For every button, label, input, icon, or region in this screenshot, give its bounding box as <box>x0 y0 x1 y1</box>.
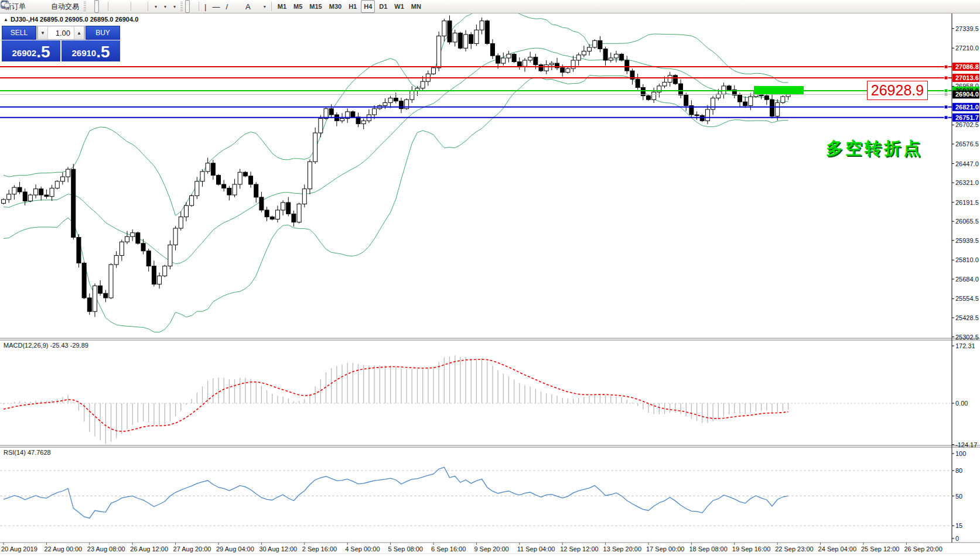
candle-body <box>614 54 618 58</box>
signals-button[interactable] <box>41 0 46 13</box>
hline-handle[interactable] <box>944 105 948 109</box>
candle-body <box>259 197 264 210</box>
candle-body <box>743 102 747 105</box>
candle-body <box>60 177 64 181</box>
timeframe-m5-button[interactable]: M5 <box>291 0 305 13</box>
candle-body <box>319 118 323 133</box>
time-tick-label: 22 Aug 00:00 <box>44 545 82 552</box>
highlight-rectangle[interactable] <box>754 86 804 94</box>
sell-button[interactable]: SELL <box>2 26 36 40</box>
candle-body <box>663 82 667 85</box>
timeframe-m1-button[interactable]: M1 <box>275 0 289 13</box>
periods-button[interactable]: ▾ <box>161 0 169 13</box>
market-watch-button[interactable] <box>29 0 34 13</box>
chart-note-text[interactable]: 多空转折点 <box>826 137 923 160</box>
text-label-tool-button[interactable]: T <box>254 0 259 13</box>
candle-body <box>45 195 49 197</box>
search-button[interactable] <box>964 0 969 13</box>
line-chart-button[interactable] <box>100 0 105 13</box>
candle-body <box>308 162 312 189</box>
hline-handle[interactable] <box>944 65 948 68</box>
tile-windows-button[interactable] <box>123 0 128 13</box>
candle-body <box>485 21 489 44</box>
candle-body <box>93 286 97 311</box>
chart-canvas[interactable]: 27339.527210.026958.026702.526576.526447… <box>0 0 980 556</box>
templates-button[interactable]: ▾ <box>170 0 178 13</box>
hline-handle[interactable] <box>944 116 948 119</box>
candle-body <box>109 265 113 298</box>
channel-tool-button[interactable]: E <box>231 0 236 13</box>
candle-body <box>114 256 118 265</box>
macd-tick-label: 0.00 <box>955 400 968 407</box>
candle-body <box>87 298 91 311</box>
candle-body <box>652 92 656 99</box>
chart-shift-button[interactable] <box>140 0 145 13</box>
rsi-indicator-label: RSI(14) 47.7628 <box>4 449 51 456</box>
candle-body <box>125 236 129 242</box>
auto-trading-label: 自动交易 <box>51 2 79 12</box>
price-callout-box[interactable]: 26928.9 <box>867 81 928 100</box>
fibonacci-tool-button[interactable]: F <box>237 0 242 13</box>
sell-price-display[interactable]: 26902.5 <box>2 40 60 61</box>
zoom-out-button[interactable] <box>117 0 122 13</box>
chat-button[interactable] <box>970 0 975 13</box>
candle-body <box>410 91 414 100</box>
one-click-trade-panel: SELL ▼ 1.00 ▲ BUY 26902.5 26910.5 <box>2 26 120 61</box>
candle-body <box>163 266 167 276</box>
cursor-tool-button[interactable] <box>185 0 190 13</box>
horizontal-line-icon: — <box>212 2 220 11</box>
candle-body <box>737 95 742 102</box>
candle-body <box>566 68 570 72</box>
price-tick-label: 25684.0 <box>955 276 979 283</box>
candle-body <box>195 181 199 196</box>
price-tick-label: 27339.5 <box>955 25 979 32</box>
volume-value[interactable]: 1.00 <box>48 26 74 39</box>
crosshair-tool-button[interactable] <box>191 0 196 13</box>
auto-scroll-button[interactable] <box>134 0 139 13</box>
candlestick-chart-button[interactable] <box>94 0 99 13</box>
data-window-button[interactable] <box>35 0 40 13</box>
candle-body <box>82 263 86 297</box>
chart-window[interactable]: 27339.527210.026958.026702.526576.526447… <box>0 0 980 556</box>
buy-price-big: 5 <box>101 44 110 60</box>
timeframe-mn-button[interactable]: MN <box>408 0 424 13</box>
timeframe-h1-button[interactable]: H1 <box>346 0 360 13</box>
auto-trading-button[interactable]: 自动交易 <box>47 0 81 13</box>
hline-handle[interactable] <box>944 76 948 80</box>
toolbar-drag-handle[interactable] <box>84 2 86 11</box>
time-tick-label: 29 Aug 04:00 <box>216 545 254 552</box>
timeframe-m30-button[interactable]: M30 <box>326 0 344 13</box>
price-tick-label: 25810.0 <box>955 256 979 263</box>
vertical-line-tool-button[interactable]: | <box>202 0 209 13</box>
horizontal-line-tool-button[interactable]: — <box>210 0 222 13</box>
candle-body <box>184 205 188 217</box>
volume-increase-button[interactable]: ▲ <box>74 26 84 39</box>
volume-spinner: ▼ 1.00 ▲ <box>37 26 85 40</box>
hline-handle[interactable] <box>944 92 948 96</box>
buy-price-display[interactable]: 26910.5 <box>62 40 120 61</box>
text-tool-button[interactable]: A <box>243 0 253 13</box>
volume-decrease-button[interactable]: ▼ <box>37 26 48 39</box>
candle-body <box>501 58 506 63</box>
trendline-tool-button[interactable]: / <box>223 0 230 13</box>
toolbar-drag-handle[interactable] <box>180 2 183 11</box>
symbol-ohlc-header[interactable]: ▲ DJ30-,H4 26895.0 26905.0 26895.0 26904… <box>4 16 138 23</box>
price-line-label: 26751.7 <box>955 114 979 121</box>
candle-body <box>421 81 425 88</box>
timeframe-w1-button[interactable]: W1 <box>391 0 407 13</box>
candle-body <box>329 109 333 115</box>
timeframe-h4-button[interactable]: H4 <box>361 0 375 13</box>
indicators-button[interactable]: ▾ <box>151 0 159 13</box>
candle-body <box>227 188 231 195</box>
arrows-tool-button[interactable]: ▾ <box>260 0 268 13</box>
timeframe-m15-button[interactable]: M15 <box>306 0 325 13</box>
bar-chart-button[interactable] <box>88 0 93 13</box>
timeframe-d1-button[interactable]: D1 <box>376 0 390 13</box>
price-tick-label: 26321.0 <box>955 179 979 186</box>
candle-body <box>275 210 279 219</box>
buy-button[interactable]: BUY <box>86 26 120 40</box>
hline-handle[interactable] <box>944 89 948 92</box>
time-tick-label: 13 Sep 20:00 <box>603 545 641 552</box>
zoom-in-button[interactable] <box>111 0 116 13</box>
candle-body <box>98 286 103 293</box>
